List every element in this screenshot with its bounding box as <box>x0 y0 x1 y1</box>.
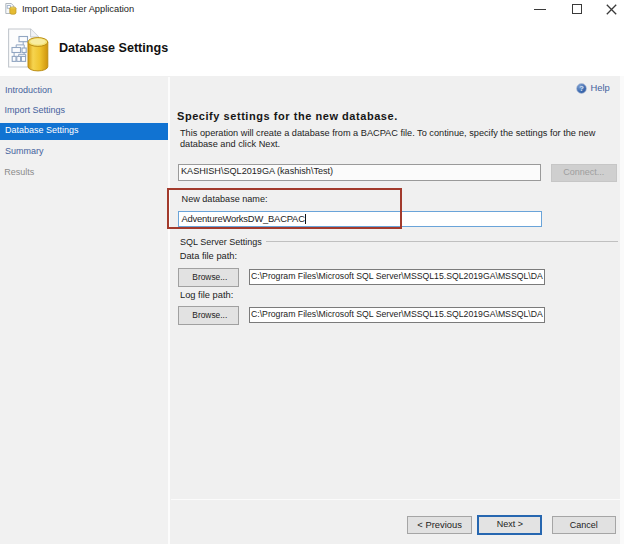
svg-text:?: ? <box>579 84 584 93</box>
